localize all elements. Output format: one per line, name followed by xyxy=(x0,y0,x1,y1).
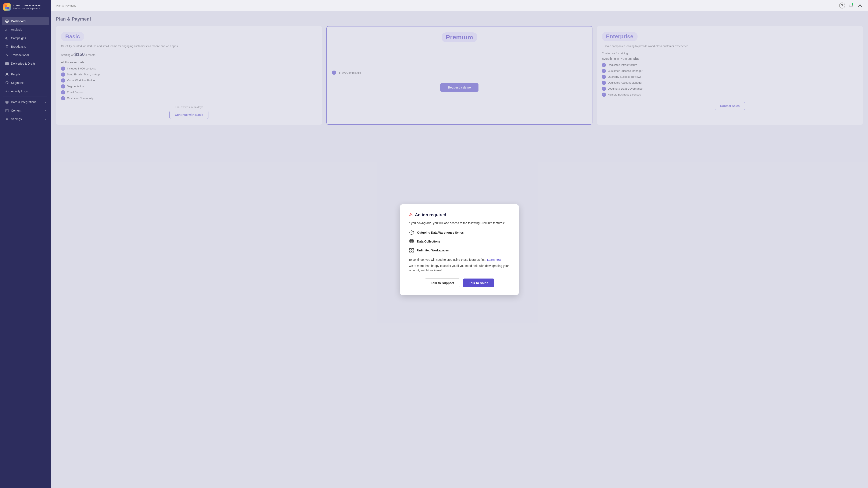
breadcrumb: Plan & Payment xyxy=(56,4,75,7)
modal-actions: Talk to Support Talk to Sales xyxy=(409,278,510,287)
sidebar-header: ACME CORPORTATION Production workspace ▾ xyxy=(0,0,51,14)
modal-description: If you downgrade, you will lose access t… xyxy=(409,221,510,225)
chevron-right-icon: › xyxy=(45,101,46,103)
bar-chart-icon xyxy=(5,28,9,32)
modal-feature-unlimited-workspaces: Unlimited Workspaces xyxy=(409,247,510,253)
sidebar: ACME CORPORTATION Production workspace ▾… xyxy=(0,0,51,488)
main-content: Plan & Payment ? Plan & Payment Basic Ca… xyxy=(51,0,868,488)
topbar-actions: ? xyxy=(839,3,863,8)
sidebar-item-label: People xyxy=(11,73,20,76)
svg-rect-1 xyxy=(7,5,9,7)
svg-rect-8 xyxy=(8,28,8,31)
sidebar-item-label: Campaigns xyxy=(11,36,26,40)
modal-feature-data-warehouse: Outgoing Data Warehouse Syncs xyxy=(409,230,510,236)
sidebar-item-label: Dashboard xyxy=(11,20,26,23)
chevron-right-icon-2: › xyxy=(45,110,46,112)
svg-rect-10 xyxy=(5,62,8,65)
help-button[interactable]: ? xyxy=(839,3,845,8)
svg-rect-3 xyxy=(7,7,9,9)
workspaces-icon xyxy=(409,247,414,253)
sidebar-item-dashboard[interactable]: Dashboard xyxy=(2,17,49,25)
chevron-down-icon: ▾ xyxy=(38,7,40,10)
brand-info: ACME CORPORTATION Production workspace ▾ xyxy=(13,4,48,10)
notifications-button[interactable] xyxy=(848,3,854,8)
warning-icon: ⚠ xyxy=(409,212,413,217)
sidebar-item-label: Analysis xyxy=(11,28,22,31)
sidebar-item-label: Broadcasts xyxy=(11,45,26,48)
sidebar-item-label: Activity Logs xyxy=(11,90,28,93)
svg-rect-0 xyxy=(5,5,7,7)
sidebar-item-segments[interactable]: Segments xyxy=(2,79,49,87)
sidebar-item-data-integrations[interactable]: Data & Integrations › xyxy=(2,98,49,106)
chevron-right-icon-3: › xyxy=(45,118,46,120)
svg-rect-2 xyxy=(5,7,7,9)
svg-point-19 xyxy=(410,239,413,241)
sidebar-item-analysis[interactable]: Analysis xyxy=(2,26,49,34)
mail-icon xyxy=(5,62,9,65)
sidebar-item-activity-logs[interactable]: Activity Logs xyxy=(2,87,49,95)
svg-rect-23 xyxy=(412,251,414,252)
talk-to-sales-button[interactable]: Talk to Sales xyxy=(463,278,494,287)
modal-feature-data-collections: Data Collections xyxy=(409,239,510,244)
modal-note: To continue, you will need to stop using… xyxy=(409,257,510,262)
sidebar-item-label: Deliveries & Drafts xyxy=(11,62,36,65)
nav-divider xyxy=(3,69,48,69)
activity-icon xyxy=(5,89,9,93)
user-menu-button[interactable] xyxy=(857,3,863,8)
sidebar-item-people[interactable]: People xyxy=(2,70,49,79)
sidebar-item-label: Segments xyxy=(11,81,24,85)
sidebar-item-deliveries[interactable]: Deliveries & Drafts xyxy=(2,60,49,67)
sidebar-item-label: Content xyxy=(11,109,21,112)
modal-overlay: ⚠ Action required If you downgrade, you … xyxy=(51,11,868,488)
svg-point-11 xyxy=(6,73,8,74)
svg-rect-21 xyxy=(412,248,414,250)
modal-help-text: We're more than happy to assist you if y… xyxy=(409,264,510,273)
svg-point-12 xyxy=(6,101,8,102)
talk-to-support-button[interactable]: Talk to Support xyxy=(425,278,460,287)
segments-icon xyxy=(5,81,9,85)
svg-rect-20 xyxy=(409,248,411,250)
svg-point-16 xyxy=(6,119,8,120)
grid-icon xyxy=(5,19,9,23)
svg-point-9 xyxy=(6,47,7,48)
notification-badge xyxy=(852,3,854,5)
sidebar-item-transactional[interactable]: Transactional xyxy=(2,51,49,59)
app-logo xyxy=(3,3,10,10)
svg-rect-6 xyxy=(5,30,6,31)
data-icon xyxy=(5,100,9,104)
sync-icon xyxy=(409,230,414,236)
action-required-modal: ⚠ Action required If you downgrade, you … xyxy=(400,204,519,295)
megaphone-icon xyxy=(5,36,9,40)
learn-how-link[interactable]: Learn how. xyxy=(487,258,502,262)
gear-icon xyxy=(5,117,9,121)
brand-name: ACME CORPORTATION xyxy=(13,4,48,7)
modal-title: ⚠ Action required xyxy=(409,212,510,217)
sidebar-item-label: Settings xyxy=(11,117,22,121)
sidebar-nav: Dashboard Analysis Campaigns Broadcasts xyxy=(0,14,51,488)
svg-rect-13 xyxy=(6,109,8,112)
sidebar-item-settings[interactable]: Settings › xyxy=(2,115,49,123)
sidebar-item-label: Transactional xyxy=(11,53,29,57)
svg-point-17 xyxy=(859,4,861,5)
workspace-name[interactable]: Production workspace ▾ xyxy=(13,7,48,10)
page-content-area: Plan & Payment Basic Carefully curated f… xyxy=(51,11,868,488)
broadcast-icon xyxy=(5,45,9,49)
svg-point-5 xyxy=(6,21,8,22)
person-icon xyxy=(5,72,9,76)
topbar: Plan & Payment ? xyxy=(51,0,868,11)
sidebar-item-label: Data & Integrations xyxy=(11,100,36,104)
content-icon xyxy=(5,109,9,113)
svg-rect-7 xyxy=(6,29,7,31)
sidebar-item-content[interactable]: Content › xyxy=(2,106,49,115)
svg-rect-22 xyxy=(409,251,411,252)
database-icon xyxy=(409,239,414,244)
sidebar-item-campaigns[interactable]: Campaigns xyxy=(2,34,49,42)
svg-point-18 xyxy=(411,232,412,233)
sidebar-item-broadcasts[interactable]: Broadcasts xyxy=(2,42,49,51)
zap-icon xyxy=(5,53,9,57)
